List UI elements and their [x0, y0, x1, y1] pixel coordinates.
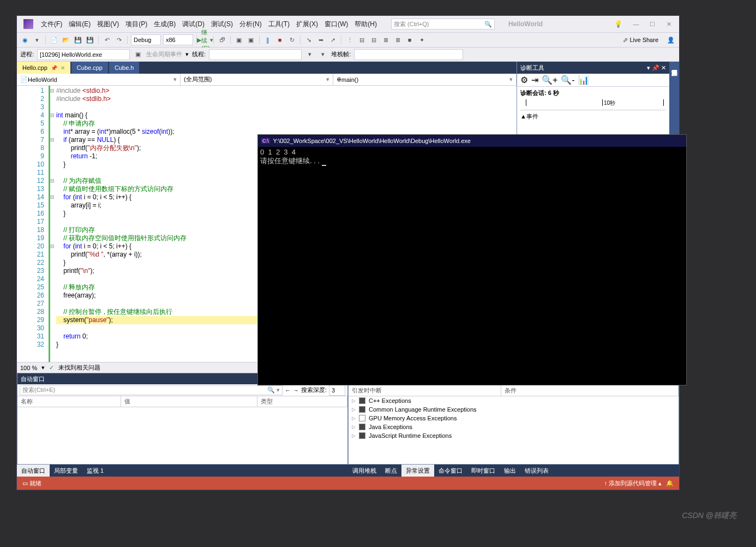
notification-icon[interactable]: 🔔 [666, 480, 674, 487]
autos-body[interactable] [17, 407, 347, 464]
menu-view[interactable]: 视图(V) [94, 20, 122, 29]
btab-exceptions[interactable]: 异常设置 [401, 465, 434, 477]
console-titlebar[interactable]: C:\ Y:\002_WorkSpace\002_VS\HelloWorld\H… [258, 135, 686, 147]
platform-dropdown[interactable]: x86 [163, 34, 193, 45]
save-all-icon[interactable]: 💾 [85, 35, 95, 45]
exception-row[interactable]: ▷GPU Memory Access Exceptions [349, 414, 679, 423]
gear-icon[interactable]: ⚙ [520, 75, 528, 85]
col-name[interactable]: 名称 [17, 396, 121, 407]
menu-extensions[interactable]: 扩展(X) [293, 20, 321, 29]
menu-debug[interactable]: 调试(D) [179, 20, 208, 29]
tool-icon-e[interactable]: ≣ [393, 35, 403, 45]
diag-events-header[interactable]: ▲事件 [520, 112, 666, 121]
menu-build[interactable]: 生成(B) [151, 20, 179, 29]
step-over-icon[interactable]: ➥ [316, 35, 326, 45]
thread-dropdown[interactable] [209, 49, 302, 60]
close-tab-icon[interactable]: ✕ [61, 65, 65, 71]
nav-fwd-icon[interactable]: ▾ [32, 35, 42, 45]
tool-icon-3[interactable]: ▣ [246, 35, 256, 45]
checkbox[interactable] [359, 406, 365, 413]
stackframe-dropdown[interactable] [354, 49, 463, 60]
tool-icon-b[interactable]: ⊟ [357, 35, 367, 45]
checkbox[interactable] [359, 415, 365, 421]
tool-icon-2[interactable]: ▣ [234, 35, 244, 45]
expand-icon[interactable]: ▷ [352, 398, 356, 403]
nav-back-icon[interactable]: ◉ [20, 35, 30, 45]
col-break[interactable]: 引发时中断 [349, 385, 501, 396]
btab-callstack[interactable]: 调用堆栈 [348, 465, 381, 477]
menu-analyze[interactable]: 分析(N) [236, 20, 265, 29]
autos-search-input[interactable]: 搜索(Ctrl+E)🔍 ▾ [20, 385, 283, 395]
restart-icon[interactable]: ↻ [287, 35, 297, 45]
quick-search-input[interactable]: 搜索 (Ctrl+Q) 🔍 [391, 19, 495, 29]
expand-icon[interactable]: ▷ [352, 424, 356, 430]
menu-tools[interactable]: 工具(T) [265, 20, 293, 29]
redo-icon[interactable]: ↷ [114, 35, 124, 45]
maximize-button[interactable]: ☐ [644, 21, 661, 28]
btab-breakpoints[interactable]: 断点 [381, 465, 401, 477]
zoom-dropdown[interactable]: 100 % [20, 365, 37, 371]
tab-cube-h[interactable]: Cube.h [109, 62, 139, 74]
exception-row[interactable]: ▷Common Language Runtime Exceptions [349, 405, 679, 414]
btab-autos[interactable]: 自动窗口 [17, 465, 50, 477]
minimize-button[interactable]: — [628, 21, 644, 27]
pin-icon[interactable]: ▾ 📌 ✕ [647, 64, 666, 72]
feedback-icon[interactable]: 💡 [614, 20, 622, 28]
tool-icon-f[interactable]: ■ [405, 35, 415, 45]
tab-cube-cpp[interactable]: Cube.cpp [71, 62, 108, 74]
new-icon[interactable]: 📄 [49, 35, 59, 45]
continue-button[interactable]: ▶ 继续(C) ▾ [200, 35, 210, 45]
fold-bar[interactable]: ⊟⊟⊟⊟⊟⊟ [49, 86, 56, 362]
btab-immediate[interactable]: 即时窗口 [467, 465, 500, 477]
col-condition[interactable]: 条件 [501, 385, 679, 396]
col-value[interactable]: 值 [121, 396, 257, 407]
exc-body[interactable]: ▷C++ Exceptions▷Common Language Runtime … [349, 396, 679, 464]
tool-icon-a[interactable]: ⋮ [345, 35, 355, 45]
tool-icon-g[interactable]: ✦ [417, 35, 427, 45]
menu-test[interactable]: 测试(S) [208, 20, 236, 29]
export-icon[interactable]: ⇥ [531, 75, 538, 85]
pause-icon[interactable]: ‖ [263, 35, 273, 45]
menu-project[interactable]: 项目(P) [122, 20, 151, 29]
live-share-button[interactable]: ⬀ Live Share [623, 37, 658, 44]
nav-project-dropdown[interactable]: 📄 HelloWorld▾ [17, 74, 181, 85]
account-icon[interactable]: 👤 [666, 35, 676, 45]
btab-errorlist[interactable]: 错误列表 [520, 465, 553, 477]
menu-window[interactable]: 窗口(W) [321, 20, 351, 29]
stop-icon[interactable]: ■ [275, 35, 285, 45]
zoom-in-icon[interactable]: 🔍+ [542, 75, 557, 85]
btab-locals[interactable]: 局部变量 [50, 465, 82, 477]
filter-icon[interactable]: ▾ [305, 50, 315, 60]
tool-icon-1[interactable]: 🗗 [217, 35, 227, 45]
expand-icon[interactable]: ▷ [352, 433, 356, 438]
step-out-icon[interactable]: ➚ [328, 35, 338, 45]
expand-icon[interactable]: ▷ [352, 407, 356, 412]
exception-row[interactable]: ▷Java Exceptions [349, 423, 679, 431]
nav-scope-dropdown[interactable]: (全局范围)▾ [181, 74, 333, 85]
col-type[interactable]: 类型 [257, 396, 347, 407]
btab-command[interactable]: 命令窗口 [434, 465, 467, 477]
nav-fwd-icon[interactable]: → [293, 387, 299, 394]
close-button[interactable]: ✕ [661, 21, 677, 28]
tool-icon-d[interactable]: ≣ [381, 35, 391, 45]
tab-hello-cpp[interactable]: Hello.cpp📌✕ [17, 62, 70, 74]
checkbox[interactable] [359, 424, 365, 430]
open-icon[interactable]: 📂 [61, 35, 71, 45]
undo-icon[interactable]: ↶ [102, 35, 112, 45]
filter2-icon[interactable]: ▾ [318, 50, 328, 60]
chart-icon[interactable]: 📊 [578, 75, 589, 85]
nav-member-dropdown[interactable]: ⊕ main()▾ [333, 74, 517, 85]
console-window[interactable]: C:\ Y:\002_WorkSpace\002_VS\HelloWorld\H… [257, 134, 687, 385]
config-dropdown[interactable]: Debug [131, 34, 161, 45]
depth-dropdown[interactable]: 3 [329, 385, 345, 396]
pin-icon[interactable]: 📌 [51, 65, 57, 71]
exception-row[interactable]: ▷C++ Exceptions [349, 396, 679, 405]
tool-icon-c[interactable]: ⊟ [369, 35, 379, 45]
menu-file[interactable]: 文件(F) [38, 20, 65, 29]
source-control-button[interactable]: ↑ 添加到源代码管理 ▴ [604, 479, 662, 487]
process-dropdown[interactable]: [10296] HelloWorld.exe [37, 49, 130, 60]
expand-icon[interactable]: ▷ [352, 415, 356, 421]
btab-output[interactable]: 输出 [500, 465, 520, 477]
lifecycle-icon[interactable]: ▣ [133, 50, 143, 60]
save-icon[interactable]: 💾 [73, 35, 83, 45]
